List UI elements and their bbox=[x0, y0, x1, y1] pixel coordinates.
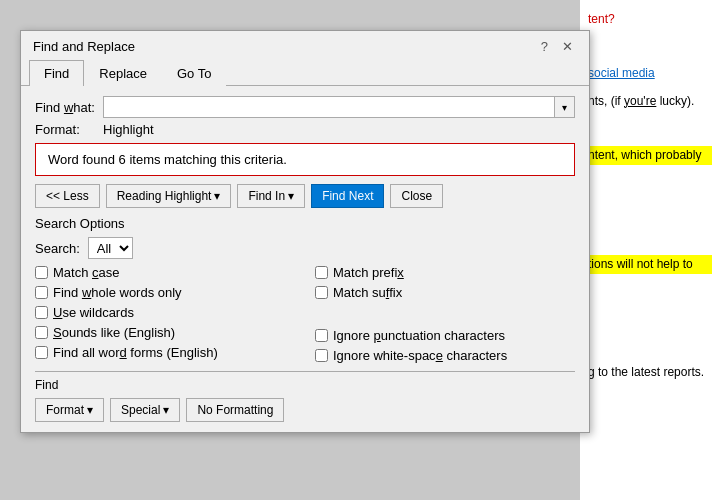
main-button-row: << Less Reading Highlight ▾ Find In ▾ Fi… bbox=[35, 184, 575, 208]
doc-line bbox=[588, 309, 712, 328]
help-button[interactable]: ? bbox=[537, 40, 552, 53]
doc-line bbox=[588, 119, 712, 138]
doc-line bbox=[588, 336, 712, 355]
format-arrow-icon: ▾ bbox=[87, 403, 93, 417]
find-input-wrap: ▾ bbox=[103, 96, 575, 118]
wildcards-input[interactable] bbox=[35, 306, 48, 319]
status-box: Word found 6 items matching this criteri… bbox=[35, 143, 575, 176]
whole-words-checkbox[interactable]: Find whole words only bbox=[35, 285, 295, 300]
doc-line: nts, (if you're lucky). bbox=[588, 92, 712, 111]
search-options-label: Search Options bbox=[35, 216, 575, 231]
spacer-row bbox=[315, 305, 575, 323]
format-label: Format: bbox=[35, 122, 103, 137]
tab-bar: Find Replace Go To bbox=[21, 60, 589, 86]
document-area: tent? social media nts, (if you're lucky… bbox=[580, 0, 720, 500]
match-case-checkbox[interactable]: Match case bbox=[35, 265, 295, 280]
find-bottom-row: Format ▾ Special ▾ No Formatting bbox=[35, 398, 575, 422]
doc-line bbox=[588, 282, 712, 301]
doc-line bbox=[588, 228, 712, 247]
dialog-title: Find and Replace bbox=[33, 39, 135, 54]
find-next-button[interactable]: Find Next bbox=[311, 184, 384, 208]
find-section-label: Find bbox=[35, 378, 575, 392]
format-value: Highlight bbox=[103, 122, 154, 137]
options-col-left: Match case Find whole words only Use wil… bbox=[35, 265, 295, 363]
search-label: Search: bbox=[35, 241, 80, 256]
close-dialog-button[interactable]: ✕ bbox=[558, 40, 577, 53]
search-dropdown[interactable]: All bbox=[88, 237, 133, 259]
close-button[interactable]: Close bbox=[390, 184, 443, 208]
match-prefix-input[interactable] bbox=[315, 266, 328, 279]
less-button[interactable]: << Less bbox=[35, 184, 100, 208]
tab-replace[interactable]: Replace bbox=[84, 60, 162, 86]
doc-line: ntent, which probably bbox=[588, 146, 712, 165]
find-in-button[interactable]: Find In ▾ bbox=[237, 184, 305, 208]
match-suffix-checkbox[interactable]: Match suffix bbox=[315, 285, 575, 300]
doc-line: tions will not help to bbox=[588, 255, 712, 274]
reading-highlight-button[interactable]: Reading Highlight ▾ bbox=[106, 184, 232, 208]
dialog-body: Find what: ▾ Format: Highlight Word foun… bbox=[21, 86, 589, 432]
sounds-like-checkbox[interactable]: Sounds like (English) bbox=[35, 325, 295, 340]
special-button[interactable]: Special ▾ bbox=[110, 398, 180, 422]
titlebar-controls: ? ✕ bbox=[537, 40, 577, 53]
find-in-arrow-icon: ▾ bbox=[288, 189, 294, 203]
format-row: Format: Highlight bbox=[35, 122, 575, 137]
match-prefix-checkbox[interactable]: Match prefix bbox=[315, 265, 575, 280]
find-input[interactable] bbox=[103, 96, 555, 118]
doc-line: tent? bbox=[588, 10, 712, 29]
tab-goto[interactable]: Go To bbox=[162, 60, 226, 86]
doc-line bbox=[588, 173, 712, 192]
find-bottom-section: Find Format ▾ Special ▾ No Formatting bbox=[35, 371, 575, 422]
match-case-input[interactable] bbox=[35, 266, 48, 279]
doc-line bbox=[588, 200, 712, 219]
options-col-right: Match prefix Match suffix Ignore punctua… bbox=[315, 265, 575, 363]
doc-line: g to the latest reports. bbox=[588, 363, 712, 382]
sounds-like-input[interactable] bbox=[35, 326, 48, 339]
search-row: Search: All bbox=[35, 237, 575, 259]
search-options-section: Search Options Search: All Match case Fi bbox=[35, 216, 575, 363]
ignore-punctuation-checkbox[interactable]: Ignore punctuation characters bbox=[315, 328, 575, 343]
find-replace-dialog: Find and Replace ? ✕ Find Replace Go To … bbox=[20, 30, 590, 433]
ignore-whitespace-input[interactable] bbox=[315, 349, 328, 362]
ignore-punctuation-input[interactable] bbox=[315, 329, 328, 342]
doc-line: social media bbox=[588, 64, 712, 83]
reading-highlight-arrow-icon: ▾ bbox=[214, 189, 220, 203]
word-forms-input[interactable] bbox=[35, 346, 48, 359]
options-grid: Match case Find whole words only Use wil… bbox=[35, 265, 575, 363]
wildcards-checkbox[interactable]: Use wildcards bbox=[35, 305, 295, 320]
find-what-row: Find what: ▾ bbox=[35, 96, 575, 118]
no-formatting-button[interactable]: No Formatting bbox=[186, 398, 284, 422]
find-dropdown-button[interactable]: ▾ bbox=[555, 96, 575, 118]
word-forms-checkbox[interactable]: Find all word forms (English) bbox=[35, 345, 295, 360]
doc-line bbox=[588, 37, 712, 56]
dialog-titlebar: Find and Replace ? ✕ bbox=[21, 31, 589, 60]
format-button[interactable]: Format ▾ bbox=[35, 398, 104, 422]
status-message: Word found 6 items matching this criteri… bbox=[48, 152, 287, 167]
find-what-label: Find what: bbox=[35, 100, 103, 115]
whole-words-input[interactable] bbox=[35, 286, 48, 299]
special-arrow-icon: ▾ bbox=[163, 403, 169, 417]
ignore-whitespace-checkbox[interactable]: Ignore white-space characters bbox=[315, 348, 575, 363]
tab-find[interactable]: Find bbox=[29, 60, 84, 86]
match-suffix-input[interactable] bbox=[315, 286, 328, 299]
